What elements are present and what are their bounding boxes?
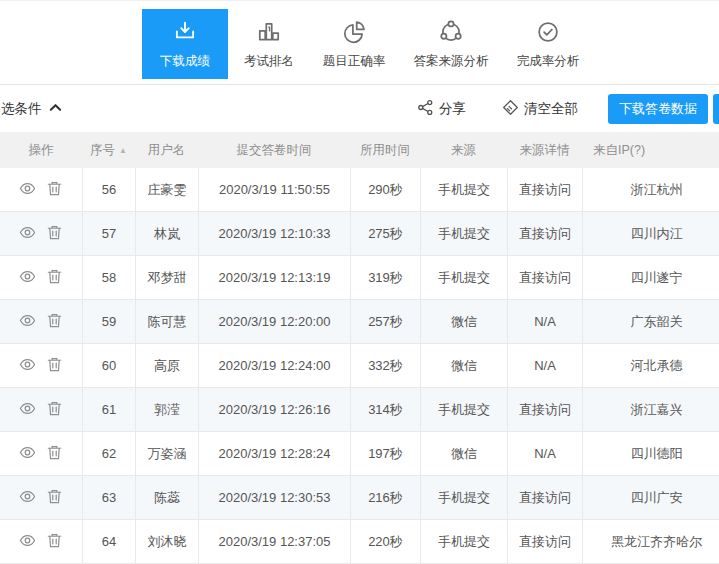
source-cell: 手机提交 xyxy=(420,476,507,519)
clear-all-button[interactable]: 清空全部 xyxy=(502,99,578,119)
share-icon xyxy=(417,99,434,119)
row-actions-cell xyxy=(0,432,82,475)
username-cell: 陈蕊 xyxy=(135,476,198,519)
view-eye-icon[interactable] xyxy=(19,312,36,332)
source-cell: 微信 xyxy=(420,300,507,343)
filter-conditions-label: 选条件 xyxy=(1,100,42,118)
share-label: 分享 xyxy=(439,100,466,118)
download-answer-data-button[interactable]: 下载答卷数据 xyxy=(608,94,708,124)
view-eye-icon[interactable] xyxy=(19,400,36,420)
view-eye-icon[interactable] xyxy=(19,268,36,288)
view-eye-icon[interactable] xyxy=(19,180,36,200)
seq-cell: 58 xyxy=(82,256,135,299)
tab-label: 完成率分析 xyxy=(517,53,580,70)
pie-chart-icon xyxy=(341,19,367,45)
submit-time-cell: 2020/3/19 12:13:19 xyxy=(198,256,350,299)
view-eye-icon[interactable] xyxy=(19,488,36,508)
column-header-actions[interactable]: 操作 xyxy=(0,142,82,159)
share-button[interactable]: 分享 xyxy=(417,99,466,119)
source-detail-cell: N/A xyxy=(507,432,582,475)
delete-trash-icon[interactable] xyxy=(46,224,63,244)
source-detail-cell: 直接访问 xyxy=(507,168,582,211)
delete-trash-icon[interactable] xyxy=(46,488,63,508)
toolbar: 选条件 分享 清空全部 xyxy=(0,85,719,132)
tab-label: 下载成绩 xyxy=(160,53,210,70)
view-eye-icon[interactable] xyxy=(19,532,36,552)
submit-time-cell: 2020/3/19 11:50:55 xyxy=(198,168,350,211)
source-detail-cell: N/A xyxy=(507,300,582,343)
seq-cell: 56 xyxy=(82,168,135,211)
tab-question-accuracy[interactable]: 题目正确率 xyxy=(310,9,398,79)
duration-cell: 314秒 xyxy=(350,388,420,431)
table-body: 56 庄豪雯 2020/3/19 11:50:55 290秒 手机提交 直接访问… xyxy=(0,168,719,564)
filter-conditions-toggle[interactable]: 选条件 xyxy=(1,100,62,118)
chevron-up-icon xyxy=(49,101,62,117)
source-cell: 微信 xyxy=(420,432,507,475)
duration-cell: 220秒 xyxy=(350,520,420,563)
ip-cell: 黑龙江齐齐哈尔 xyxy=(582,520,719,563)
table-row: 62 万姿涵 2020/3/19 12:28:24 197秒 微信 N/A 四川… xyxy=(0,432,719,476)
delete-trash-icon[interactable] xyxy=(46,312,63,332)
delete-trash-icon[interactable] xyxy=(46,356,63,376)
tab-answer-source-analysis[interactable]: 答案来源分析 xyxy=(401,9,501,79)
duration-cell: 290秒 xyxy=(350,168,420,211)
seq-cell: 60 xyxy=(82,344,135,387)
username-cell: 陈可慧 xyxy=(135,300,198,343)
view-eye-icon[interactable] xyxy=(19,224,36,244)
table-row: 58 邓梦甜 2020/3/19 12:13:19 319秒 手机提交 直接访问… xyxy=(0,256,719,300)
row-actions-cell xyxy=(0,520,82,563)
download-icon xyxy=(172,19,198,45)
ip-cell: 河北承德 xyxy=(582,344,719,387)
delete-trash-icon[interactable] xyxy=(46,532,63,552)
tab-download-scores[interactable]: 下载成绩 xyxy=(142,9,228,79)
duration-cell: 216秒 xyxy=(350,476,420,519)
table-row: 64 刘沐晓 2020/3/19 12:37:05 220秒 手机提交 直接访问… xyxy=(0,520,719,564)
analysis-tab-bar: 下载成绩 考试排名 题目正确率 xyxy=(0,0,719,85)
delete-trash-icon[interactable] xyxy=(46,444,63,464)
clear-all-label: 清空全部 xyxy=(524,100,578,118)
submit-time-cell: 2020/3/19 12:28:24 xyxy=(198,432,350,475)
column-header-source[interactable]: 来源 xyxy=(420,142,507,159)
source-cell: 手机提交 xyxy=(420,212,507,255)
column-header-submit-time[interactable]: 提交答卷时间 xyxy=(198,142,350,159)
seq-cell: 63 xyxy=(82,476,135,519)
tab-completion-rate-analysis[interactable]: 完成率分析 xyxy=(504,9,592,79)
row-actions-cell xyxy=(0,212,82,255)
check-circle-icon xyxy=(535,19,561,45)
tab-exam-ranking[interactable]: 考试排名 xyxy=(231,9,307,79)
source-detail-cell: 直接访问 xyxy=(507,388,582,431)
ip-cell: 四川遂宁 xyxy=(582,256,719,299)
delete-trash-icon[interactable] xyxy=(46,180,63,200)
submit-time-cell: 2020/3/19 12:37:05 xyxy=(198,520,350,563)
column-header-seq-sorted[interactable]: 序号 ▲ xyxy=(82,142,135,159)
ip-cell: 浙江杭州 xyxy=(582,168,719,211)
table-row: 61 郭滢 2020/3/19 12:26:16 314秒 手机提交 直接访问 … xyxy=(0,388,719,432)
source-detail-cell: 直接访问 xyxy=(507,212,582,255)
ip-cell: 四川广安 xyxy=(582,476,719,519)
table-row: 57 林岚 2020/3/19 12:10:33 275秒 手机提交 直接访问 … xyxy=(0,212,719,256)
delete-trash-icon[interactable] xyxy=(46,268,63,288)
column-header-username[interactable]: 用户名 xyxy=(135,142,198,159)
seq-cell: 64 xyxy=(82,520,135,563)
row-actions-cell xyxy=(0,476,82,519)
tab-label: 答案来源分析 xyxy=(414,53,489,70)
view-eye-icon[interactable] xyxy=(19,444,36,464)
sort-asc-icon: ▲ xyxy=(119,146,127,155)
source-network-icon xyxy=(438,19,464,45)
view-eye-icon[interactable] xyxy=(19,356,36,376)
secondary-action-button-cropped[interactable] xyxy=(713,94,719,124)
column-header-ip[interactable]: 来自IP(?) xyxy=(582,142,719,159)
column-header-source-detail[interactable]: 来源详情 xyxy=(507,142,582,159)
table-header-row: 操作 序号 ▲ 用户名 提交答卷时间 所用时间 来源 来源详情 来自IP(?) xyxy=(0,132,719,168)
username-cell: 高原 xyxy=(135,344,198,387)
source-cell: 手机提交 xyxy=(420,388,507,431)
table-row: 59 陈可慧 2020/3/19 12:20:00 257秒 微信 N/A 广东… xyxy=(0,300,719,344)
submit-time-cell: 2020/3/19 12:20:00 xyxy=(198,300,350,343)
duration-cell: 319秒 xyxy=(350,256,420,299)
clear-eraser-icon xyxy=(502,99,519,119)
seq-cell: 61 xyxy=(82,388,135,431)
column-header-duration[interactable]: 所用时间 xyxy=(350,142,420,159)
delete-trash-icon[interactable] xyxy=(46,400,63,420)
source-detail-cell: N/A xyxy=(507,344,582,387)
row-actions-cell xyxy=(0,388,82,431)
